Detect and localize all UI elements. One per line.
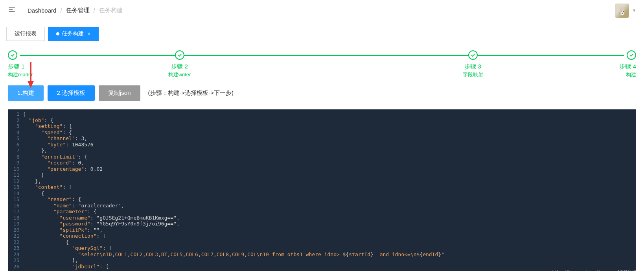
breadcrumb-separator: /	[94, 7, 95, 14]
step-desc: 构建writer	[33, 71, 326, 78]
step-desc: 构建	[619, 71, 636, 78]
active-dot-icon	[56, 32, 59, 35]
build-button[interactable]: 1.构建	[8, 85, 44, 101]
step-2: 步骤 2 构建writer	[33, 50, 326, 78]
watermark: https://blog.csdn.net/weixin_40816738	[552, 269, 639, 271]
breadcrumb-item-task-mgmt[interactable]: 任务管理	[66, 7, 90, 14]
steps-container: 步骤 1 构建reader 步骤 2 构建writer 步骤 3 字段映射 步骤…	[0, 41, 644, 82]
menu-toggle-icon[interactable]	[8, 6, 16, 15]
step-title: 步骤 1	[8, 63, 33, 70]
breadcrumb-item-task-build: 任务构建	[99, 7, 123, 14]
tab-label: 任务构建	[62, 30, 84, 37]
step-title: 步骤 2	[33, 63, 326, 70]
action-row: 1.构建 2.选择模板 复制json (步骤：构建->选择模板->下一步)	[0, 82, 644, 104]
check-circle-icon	[8, 50, 17, 60]
breadcrumb-separator: /	[60, 7, 62, 14]
check-circle-icon	[468, 50, 478, 60]
tab-task-build[interactable]: 任务构建 ×	[48, 27, 99, 41]
breadcrumb: Dashboard / 任务管理 / 任务构建	[28, 7, 123, 14]
tab-label: 运行报表	[15, 30, 37, 37]
step-desc: 字段映射	[326, 71, 620, 78]
select-template-button[interactable]: 2.选择模板	[48, 85, 95, 101]
hint-text: (步骤：构建->选择模板->下一步)	[148, 89, 234, 97]
code-editor[interactable]: 1 2 3 4 5 6 7 8 9 10 11 12 13 14 15 16 1…	[8, 109, 636, 271]
check-circle-icon	[175, 50, 184, 60]
top-header: Dashboard / 任务管理 / 任务构建 ▼	[0, 0, 644, 21]
code-content[interactable]: { "job": { "setting": { "speed": { "chan…	[23, 109, 636, 271]
step-4: 步骤 4 构建	[619, 50, 636, 78]
breadcrumb-item-dashboard[interactable]: Dashboard	[28, 7, 56, 14]
header-right: ▼	[615, 4, 636, 18]
avatar[interactable]	[615, 4, 629, 18]
step-title: 步骤 3	[326, 63, 620, 70]
step-3: 步骤 3 字段映射	[326, 50, 620, 78]
step-1: 步骤 1 构建reader	[8, 50, 33, 78]
step-desc: 构建reader	[8, 71, 33, 78]
check-circle-icon	[627, 50, 636, 60]
step-title: 步骤 4	[619, 63, 636, 70]
page-tabs: 运行报表 任务构建 ×	[0, 21, 644, 41]
line-gutter: 1 2 3 4 5 6 7 8 9 10 11 12 13 14 15 16 1…	[8, 109, 23, 271]
close-icon[interactable]: ×	[88, 31, 90, 37]
tab-run-report[interactable]: 运行报表	[6, 27, 45, 41]
caret-down-icon[interactable]: ▼	[632, 8, 636, 13]
copy-json-button[interactable]: 复制json	[99, 85, 140, 101]
